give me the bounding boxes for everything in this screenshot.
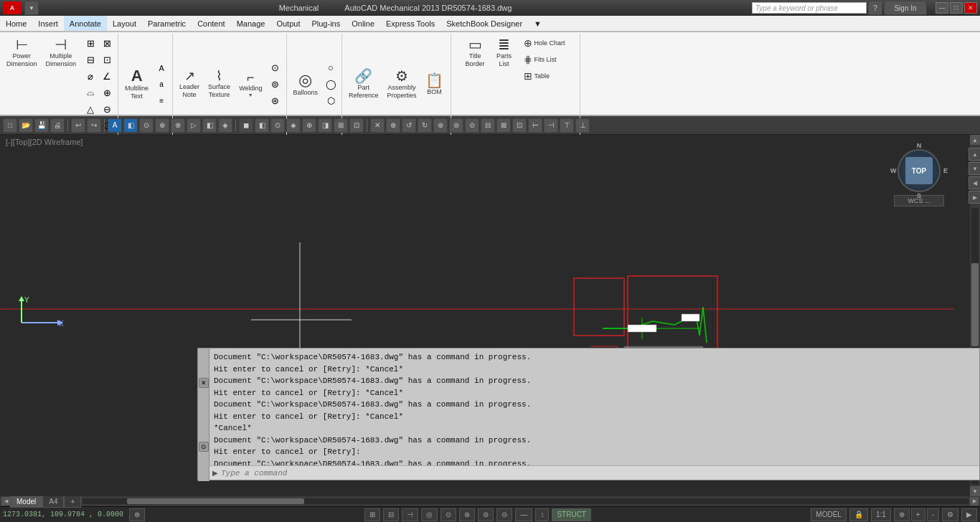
tpress-btn[interactable]: ↕ [535, 508, 549, 521]
sym-btn-1[interactable]: ⊙ [268, 60, 283, 76]
scroll-down-btn[interactable]: ▼ [970, 486, 980, 496]
tb-7[interactable]: ◧ [202, 118, 217, 133]
model-tab[interactable]: Model [10, 495, 42, 508]
menu-output[interactable]: Output [270, 16, 306, 31]
cmd-close-btn[interactable]: ✕ [199, 378, 209, 388]
pan-right-btn[interactable]: ▶ [969, 191, 980, 204]
model-space-btn[interactable]: MODEL [811, 508, 847, 521]
pan-left-btn[interactable]: ◀ [969, 176, 980, 189]
hole-chart-btn[interactable]: ⊕ Hole Chart [520, 35, 569, 51]
menu-plugins[interactable]: Plug-ins [306, 16, 346, 31]
grid-btn[interactable]: ⊟ [383, 508, 399, 521]
polar-btn[interactable]: ◎ [421, 508, 438, 521]
pan-up-btn[interactable]: ▲ [969, 148, 980, 161]
dim-btn-3[interactable]: ⊟ [83, 52, 98, 67]
tb-6[interactable]: ▷ [187, 118, 201, 133]
close-btn[interactable]: ✕ [964, 2, 977, 14]
coord-icon[interactable]: ⊕ [129, 508, 145, 521]
tb-27[interactable]: ⊢ [528, 118, 542, 133]
quick-access-btn[interactable]: ▼ [24, 1, 39, 15]
sym-btn-3[interactable]: ⊛ [268, 93, 283, 109]
del-scale-btn[interactable]: - [927, 508, 939, 521]
dim-btn-9[interactable]: △ [83, 101, 98, 117]
tb-15[interactable]: ⊞ [334, 118, 348, 133]
tb-4[interactable]: ⊕ [155, 118, 169, 133]
tb-20[interactable]: ↻ [418, 118, 432, 133]
dyn-btn[interactable]: ⊝ [496, 508, 512, 521]
cmd-resize-btn[interactable]: ⊙ [199, 442, 209, 452]
menu-express[interactable]: Express Tools [380, 16, 440, 31]
menu-online[interactable]: Online [346, 16, 380, 31]
parts-list-btn[interactable]: ≣ PartsList [491, 35, 517, 70]
bottom-scrollbar[interactable]: ◀ Model A4 + ▶ [0, 496, 980, 506]
bal-btn-3[interactable]: ⬡ [323, 93, 339, 109]
tb-10[interactable]: ◧ [255, 118, 269, 133]
menu-annotate[interactable]: Annotate [64, 16, 107, 31]
tb-25[interactable]: ⊠ [496, 118, 511, 133]
search-box[interactable]: Type a keyword or phrase [752, 2, 867, 14]
command-input[interactable] [221, 469, 976, 478]
welding-btn[interactable]: ⌐ Welding ▼ [235, 69, 265, 100]
help-btn[interactable]: ? [868, 1, 882, 15]
tb-12[interactable]: ◈ [286, 118, 301, 133]
bal-btn-2[interactable]: ◯ [323, 77, 339, 92]
tb-28[interactable]: ⊣ [544, 118, 558, 133]
bal-btn-1[interactable]: ○ [323, 60, 339, 76]
menu-insert[interactable]: Insert [32, 16, 64, 31]
dim-btn-6[interactable]: ∠ [99, 68, 115, 84]
tb-9[interactable]: ◼ [239, 118, 253, 133]
tb-13[interactable]: ⊕ [302, 118, 316, 133]
otrack-btn[interactable]: ⊛ [459, 508, 475, 521]
open-btn[interactable]: 📂 [19, 118, 33, 133]
a4-tab[interactable]: A4 [42, 495, 64, 508]
pan-down-btn[interactable]: ▼ [969, 162, 980, 175]
tb-24[interactable]: ⊟ [481, 118, 495, 133]
tb-16[interactable]: ⊡ [349, 118, 364, 133]
menu-parametric[interactable]: Parametric [142, 16, 192, 31]
plot-btn[interactable]: 🖨 [50, 118, 65, 133]
table-btn[interactable]: ⊞ Table [520, 68, 569, 84]
dim-btn-1[interactable]: ⊞ [83, 35, 98, 51]
dim-btn-2[interactable]: ⊠ [99, 35, 115, 51]
tb-18[interactable]: ⊗ [386, 118, 400, 133]
text-btn-2[interactable]: a [154, 77, 169, 92]
dim-btn-8[interactable]: ⊕ [99, 85, 115, 100]
tb-30[interactable]: ⊥ [575, 118, 590, 133]
hscroll-left-btn[interactable]: ◀ [1, 497, 10, 506]
tb-23[interactable]: ⊝ [465, 118, 479, 133]
struct-btn[interactable]: STRUCT [552, 508, 591, 521]
tb-19[interactable]: ↺ [402, 118, 416, 133]
tb-22[interactable]: ⊜ [449, 118, 463, 133]
balloons-btn[interactable]: ◎ Balloons [290, 70, 322, 99]
power-dimension-btn[interactable]: ⊢ PowerDimension [3, 35, 41, 70]
assembly-properties-btn[interactable]: ⚙ AssemblyProperties [384, 67, 420, 102]
multiple-dimension-btn[interactable]: ⊣ MultipleDimension [42, 35, 80, 70]
tb-21[interactable]: ⊛ [433, 118, 448, 133]
text-btn-1[interactable]: A [154, 60, 169, 76]
tb-3[interactable]: ⊙ [139, 118, 154, 133]
lineweight-btn[interactable]: — [515, 508, 532, 521]
title-border-btn[interactable]: ▭ TitleBorder [462, 35, 489, 70]
snap-btn[interactable]: ⊞ [364, 508, 380, 521]
multiline-text-btn[interactable]: A MultilineText [121, 66, 152, 103]
workspace-btn[interactable]: ⚙ [942, 508, 958, 521]
add-layout-btn[interactable]: + [64, 495, 81, 508]
menu-layout[interactable]: Layout [107, 16, 142, 31]
hscroll-right-btn[interactable]: ▶ [970, 497, 979, 506]
menu-expand[interactable]: ▼ [528, 16, 547, 31]
ortho-btn[interactable]: ⊣ [402, 508, 418, 521]
osnap-btn[interactable]: ⊙ [440, 508, 456, 521]
anno-vis-btn[interactable]: ⊕ [894, 508, 910, 521]
ducs-btn[interactable]: ⊜ [478, 508, 494, 521]
dim-btn-7[interactable]: ⌓ [83, 85, 98, 100]
menu-manage[interactable]: Manage [231, 16, 271, 31]
minimize-btn[interactable]: — [936, 2, 948, 14]
tb-8[interactable]: ◈ [218, 118, 232, 133]
tb-5[interactable]: ⊗ [171, 118, 185, 133]
text-btn-3[interactable]: ≡ [154, 93, 169, 109]
menu-content[interactable]: Content [192, 16, 231, 31]
bom-btn[interactable]: 📋 BOM [422, 71, 448, 98]
new-btn[interactable]: □ [3, 118, 17, 133]
dim-btn-5[interactable]: ⌀ [83, 68, 98, 84]
tb-17[interactable]: ✕ [370, 118, 385, 133]
